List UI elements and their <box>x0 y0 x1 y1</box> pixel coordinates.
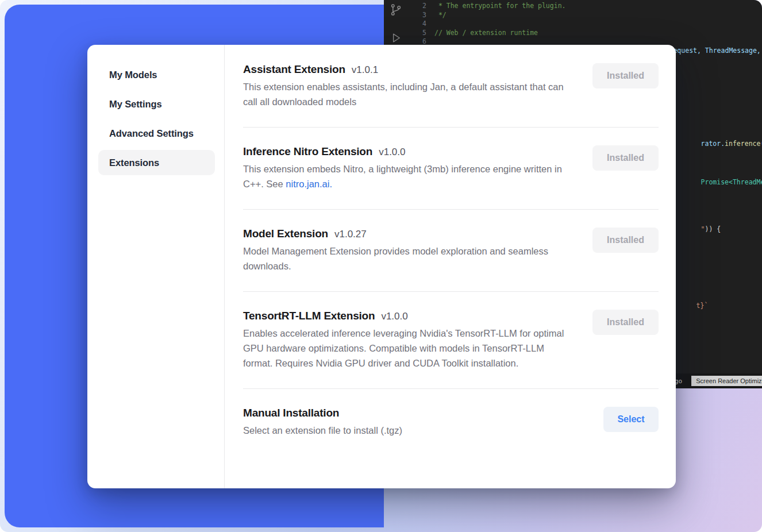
code-line: 5 // Web / extension runtime <box>416 29 762 38</box>
line-number: 4 <box>416 20 426 29</box>
extension-description: Enables accelerated inference leveraging… <box>243 326 575 371</box>
installed-button[interactable]: Installed <box>592 145 659 171</box>
nitro-jan-ai-link[interactable]: nitro.jan.ai. <box>286 179 332 189</box>
scene: 2 * The entrypoint for the plugin. 3 */ … <box>0 0 762 532</box>
code-template-string: t}` <box>696 302 709 310</box>
sidebar-item-my-settings[interactable]: My Settings <box>98 91 215 117</box>
extension-title: Inference Nitro Extension <box>243 145 372 158</box>
code-comment: */ <box>434 11 447 20</box>
line-number: 5 <box>416 29 426 38</box>
extension-version: v1.0.27 <box>334 229 367 240</box>
line-number: 3 <box>416 11 426 20</box>
code-line: 3 */ <box>416 11 762 20</box>
code-line: 4 <box>416 20 762 29</box>
extension-version: v1.0.0 <box>379 147 405 158</box>
source-control-branch-icon <box>390 3 402 18</box>
code-comment: // Web / extension runtime <box>434 29 538 38</box>
section-inference-nitro-extension: Inference Nitro Extension v1.0.0 This ex… <box>243 128 659 210</box>
line-number: 2 <box>416 2 426 11</box>
sidebar-item-my-models[interactable]: My Models <box>98 62 215 87</box>
code-line: 2 * The entrypoint for the plugin. <box>416 2 762 11</box>
code-fragment: rator.inference(data)); <box>677 132 762 156</box>
extensions-list: Assistant Extension v1.0.1 This extensio… <box>225 45 676 488</box>
section-model-extension: Model Extension v1.0.27 Model Management… <box>243 210 659 292</box>
select-file-button[interactable]: Select <box>603 407 659 432</box>
sidebar-item-advanced-settings[interactable]: Advanced Settings <box>98 121 215 146</box>
run-debug-play-icon <box>390 32 402 46</box>
installed-button[interactable]: Installed <box>592 228 659 253</box>
section-tensorrt-llm-extension: TensortRT-LLM Extension v1.0.0 Enables a… <box>243 292 659 389</box>
code-comment: * The entrypoint for the plugin. <box>434 2 565 11</box>
code-fragment: ")) { <box>677 217 721 241</box>
code-type: Promise<ThreadMessage> <box>701 178 762 186</box>
extension-title: Model Extension <box>243 228 328 240</box>
editor-activity-bar <box>390 3 402 46</box>
settings-modal: My Models My Settings Advanced Settings … <box>87 45 676 488</box>
code-fragment: Promise<ThreadMessage> <box>677 170 762 194</box>
extension-description: Select an extension file to install (.tg… <box>243 423 402 438</box>
extension-description: This extension embeds Nitro, a lightweig… <box>243 161 575 191</box>
sidebar-item-extensions[interactable]: Extensions <box>98 150 215 175</box>
extension-description: Model Management Extension provides mode… <box>243 244 575 273</box>
installed-button[interactable]: Installed <box>592 310 659 335</box>
code-punct: )) { <box>705 225 721 233</box>
screen-reader-chip[interactable]: Screen Reader Optimized <box>691 376 762 386</box>
code-identifier: rator. <box>701 140 725 148</box>
extension-version: v1.0.1 <box>352 64 378 76</box>
section-manual-installation: Manual Installation Select an extension … <box>243 389 659 449</box>
settings-sidebar: My Models My Settings Advanced Settings … <box>87 45 225 488</box>
extension-version: v1.0.0 <box>381 311 407 322</box>
extension-description: This extension enables assistants, inclu… <box>243 79 575 109</box>
extension-title: TensortRT-LLM Extension <box>243 310 375 322</box>
installed-button[interactable]: Installed <box>592 63 659 88</box>
extension-title: Assistant Extension <box>243 63 345 76</box>
code-fragment: t}` <box>672 294 708 318</box>
code-function: inference <box>725 140 760 148</box>
extension-title: Manual Installation <box>243 407 339 419</box>
section-assistant-extension: Assistant Extension v1.0.1 This extensio… <box>243 63 659 128</box>
